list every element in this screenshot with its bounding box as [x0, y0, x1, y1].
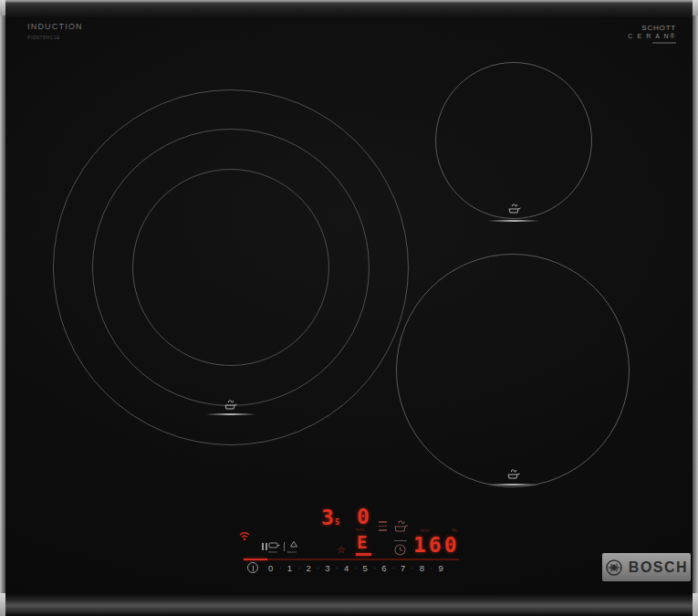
center-status-display: E — [357, 534, 367, 551]
level-separator: · — [430, 564, 432, 572]
left-trim — [0, 0, 5, 616]
rear-right-power-display: 0 — [357, 506, 370, 527]
left-zone-ring-inner — [132, 169, 329, 366]
bosch-logo-badge: BOSCH — [602, 553, 691, 581]
pan-zone-marker-icon — [506, 201, 521, 214]
level-separator: · — [279, 564, 282, 572]
level-5[interactable]: 5 — [363, 563, 368, 573]
timer-display: 160 — [413, 535, 460, 556]
zone-marker-line — [206, 413, 255, 415]
ceran-line: C E R A N® — [628, 33, 676, 39]
model-number: PID675HC1E — [27, 35, 60, 40]
level-1[interactable]: 1 — [287, 563, 292, 573]
corner-cap — [693, 593, 698, 616]
rear-right-zone-ring — [435, 62, 592, 219]
level-slider-active — [244, 559, 267, 560]
level-7[interactable]: 7 — [401, 563, 405, 573]
level-separator: · — [297, 564, 300, 572]
level-6[interactable]: 6 — [381, 563, 386, 573]
level-separator: · — [392, 564, 395, 572]
bosch-anchor-icon — [605, 559, 623, 577]
icon-divider — [284, 542, 285, 551]
power-button[interactable] — [247, 562, 258, 573]
timer-divider — [394, 540, 407, 541]
level-2[interactable]: 2 — [306, 563, 310, 573]
right-trim — [693, 0, 698, 616]
bosch-logo-text: BOSCH — [629, 559, 688, 576]
zone-select-indicator — [356, 553, 371, 556]
induction-hob: INDUCTION PID675HC1E SCHOTT C E R A N® — [0, 0, 698, 616]
zone-marker-line — [488, 220, 539, 222]
pan-zone-marker-icon — [505, 466, 520, 480]
level-slider-track[interactable] — [244, 559, 459, 560]
clock-icon[interactable] — [394, 544, 406, 556]
pan-zone-marker-icon — [223, 397, 237, 411]
level-separator: · — [317, 564, 319, 572]
level-8[interactable]: 8 — [420, 563, 424, 573]
boost-label: boost — [287, 551, 297, 555]
schott-line: SCHOTT — [628, 24, 676, 32]
front-right-zone-ring — [396, 254, 630, 487]
left-zone-power-display: 3 — [321, 507, 334, 528]
level-3[interactable]: 3 — [325, 563, 329, 573]
schott-subline — [652, 42, 676, 44]
level-selector[interactable]: 0 · 1 · 2 · 3 · 4 · 5 · 6 · 7 · 8 · 9 — [268, 563, 443, 573]
pan-steam-icon[interactable] — [391, 517, 409, 533]
schott-ceran-logo: SCHOTT C E R A N® — [628, 24, 676, 44]
menu-lines-icon[interactable] — [379, 521, 387, 531]
top-trim — [0, 0, 698, 17]
star-icon[interactable]: ☆ — [337, 545, 346, 555]
zone-marker-line — [487, 484, 538, 485]
pause-icon[interactable] — [262, 543, 267, 550]
boost-icon[interactable] — [289, 541, 298, 549]
corner-cap — [0, 593, 5, 616]
induction-label: INDUCTION — [27, 22, 83, 31]
level-4[interactable]: 4 — [344, 563, 349, 573]
left-zone-power-sub-display: 5 — [335, 518, 339, 527]
level-9[interactable]: 9 — [438, 563, 443, 573]
corner-cap — [693, 0, 698, 16]
bottom-trim — [0, 593, 698, 616]
level-separator: · — [412, 564, 414, 572]
level-separator: · — [373, 564, 376, 572]
level-separator: · — [336, 564, 339, 572]
pan-move-label: move — [268, 551, 277, 555]
wifi-icon[interactable] — [238, 531, 251, 541]
corner-cap — [0, 0, 5, 16]
level-0[interactable]: 0 — [268, 563, 273, 573]
pan-move-icon[interactable] — [268, 542, 280, 549]
level-separator: · — [355, 564, 358, 572]
